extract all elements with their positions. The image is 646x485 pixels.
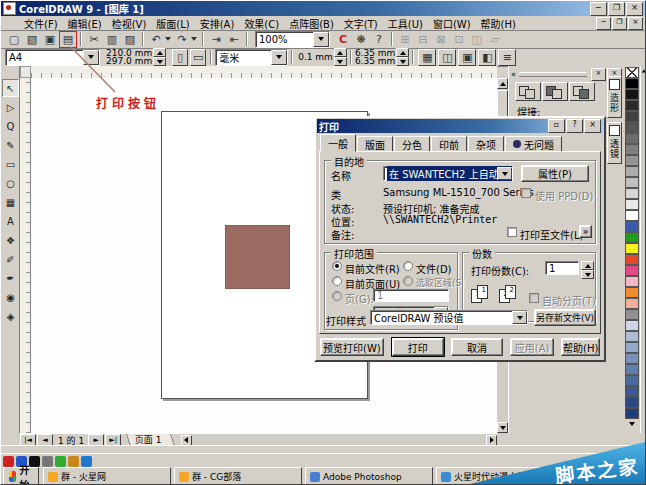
color-swatch-8[interactable] — [625, 155, 639, 166]
restore-button[interactable]: ❐ — [608, 2, 625, 16]
color-swatch-13[interactable] — [625, 210, 639, 221]
copy-icon[interactable]: ▥ — [104, 32, 120, 47]
printer-dropdown-icon[interactable] — [497, 167, 512, 180]
collate-checkbox[interactable] — [529, 293, 539, 303]
color-swatch-11[interactable] — [625, 188, 639, 199]
zoom-dropdown-icon[interactable] — [313, 32, 329, 47]
color-swatch-2[interactable] — [625, 89, 639, 100]
menu-item-4[interactable]: 安排(A) — [195, 16, 240, 31]
color-swatch-3[interactable] — [625, 100, 639, 111]
task-button-1[interactable]: 群 - 火星网 — [43, 467, 171, 485]
drawn-rectangle[interactable] — [225, 225, 290, 289]
docker-close-icon[interactable]: × — [591, 68, 606, 81]
polygon-tool[interactable]: ▦ — [2, 193, 19, 211]
print-dialog-tab-5[interactable]: 无问题 — [505, 136, 562, 152]
eyedropper-tool[interactable]: ✐ — [2, 250, 19, 268]
current-page-radio[interactable] — [332, 276, 342, 286]
scroll-up-icon[interactable] — [497, 78, 508, 89]
corel-community-icon[interactable]: ❋ — [353, 32, 369, 47]
current-document-radio[interactable] — [332, 261, 342, 271]
quicklaunch-icon-6[interactable] — [68, 456, 79, 467]
ruler-origin[interactable] — [20, 66, 31, 78]
close-button[interactable]: × — [626, 2, 643, 16]
color-swatch-6[interactable] — [625, 133, 639, 144]
print-dialog-tab-4[interactable]: 杂项 — [468, 136, 504, 152]
outline-tool[interactable]: ✒ — [2, 269, 19, 287]
task-button-3[interactable]: Adobe Photoshop — [305, 467, 433, 485]
import-icon[interactable]: ⇥ — [208, 32, 224, 47]
paper-height-value[interactable]: 297.0 mm — [106, 57, 152, 65]
color-swatch-4[interactable] — [625, 111, 639, 122]
docker-collapse-icon[interactable]: « — [511, 70, 516, 79]
trim-button[interactable] — [542, 82, 568, 101]
print-dialog-tab-2[interactable]: 分色 — [394, 136, 430, 152]
menu-item-2[interactable]: 检视(V) — [107, 16, 152, 31]
menu-item-10[interactable]: 帮助(H) — [476, 16, 521, 31]
palette-scroll-strip[interactable] — [640, 66, 646, 433]
rectangle-tool[interactable]: ▭ — [2, 155, 19, 173]
save-style-button[interactable]: 另存新文件(V) — [534, 309, 596, 326]
print-style-combo[interactable]: CorelDRAW 预设值 — [370, 310, 528, 325]
color-swatch-23[interactable] — [625, 320, 639, 331]
interactive-fill-tool[interactable]: ◈ — [2, 307, 19, 325]
color-swatch-14[interactable] — [625, 221, 639, 232]
color-swatch-1[interactable] — [625, 78, 639, 89]
docker-grab-bar[interactable] — [519, 72, 587, 77]
color-swatch-20[interactable] — [625, 287, 639, 298]
nudge-offset-value[interactable]: 0.1 mm — [298, 52, 333, 62]
print-to-file-flyout-button[interactable]: » — [579, 225, 592, 238]
color-swatch-5[interactable] — [625, 122, 639, 133]
printer-properties-button[interactable]: 属性(P) — [521, 165, 589, 182]
paper-size-dropdown-icon[interactable] — [83, 50, 99, 65]
use-ppd-checkbox[interactable] — [521, 188, 531, 198]
start-button[interactable]: 开始 — [3, 467, 39, 485]
duplicate-y-value[interactable]: 6.35 mm — [355, 57, 395, 65]
scroll-left-icon[interactable] — [181, 435, 192, 446]
vertical-ruler[interactable] — [20, 78, 31, 433]
selection-radio[interactable] — [403, 276, 413, 286]
menu-item-9[interactable]: 窗口(W) — [428, 16, 476, 31]
docker-tab-0[interactable]: 造形 — [607, 76, 622, 118]
documents-radio[interactable] — [403, 261, 413, 271]
color-swatch-10[interactable] — [625, 177, 639, 188]
menu-item-6[interactable]: 点阵图(B) — [284, 16, 339, 31]
snap-guidelines-icon[interactable]: ◫ — [438, 49, 456, 66]
color-swatch-29[interactable] — [625, 386, 639, 397]
print-to-file-checkbox[interactable] — [507, 227, 517, 237]
undo-icon[interactable]: ↶ — [148, 32, 164, 47]
fill-tool[interactable]: ◉ — [2, 288, 19, 306]
print-dialog-tab-3[interactable]: 印前 — [431, 136, 467, 152]
menu-item-0[interactable]: 文件(F) — [19, 16, 63, 31]
color-swatch-30[interactable] — [625, 397, 639, 408]
redo-icon-dropdown[interactable] — [191, 37, 197, 41]
freehand-tool[interactable]: ✎ — [2, 136, 19, 154]
mdi-close-button[interactable]: × — [628, 17, 643, 30]
menu-item-5[interactable]: 效果(C) — [239, 16, 284, 31]
minimize-button[interactable]: ─ — [590, 2, 607, 16]
color-swatch-16[interactable] — [625, 243, 639, 254]
shape-tool[interactable]: ▷ — [2, 98, 19, 116]
paper-size-stepper[interactable] — [153, 48, 166, 66]
scroll-right-icon[interactable] — [486, 435, 497, 446]
print-dialog-titlebar[interactable]: 打印 ▫ ? × — [317, 119, 603, 133]
print-icon[interactable]: ▤ — [60, 32, 76, 47]
dialog-help-button[interactable]: ? — [566, 119, 583, 133]
treat-as-filled-icon[interactable]: ◧ — [478, 49, 496, 66]
new-icon[interactable]: ▢ — [6, 32, 22, 47]
portrait-button[interactable]: ▯ — [172, 49, 188, 66]
apply-button[interactable]: 应用(A) — [510, 338, 554, 356]
whats-this-help-icon[interactable]: ? — [371, 32, 387, 47]
mdi-minimize-button[interactable]: ─ — [596, 17, 611, 30]
text-tool[interactable]: A — [2, 212, 19, 230]
print-dialog-tab-0[interactable]: 一般 — [320, 134, 356, 152]
mdi-restore-button[interactable]: ❐ — [612, 17, 627, 30]
color-swatch-18[interactable] — [625, 265, 639, 276]
ellipse-tool[interactable]: ○ — [2, 174, 19, 192]
duplicate-stepper[interactable] — [396, 48, 409, 66]
undo-icon-dropdown[interactable] — [165, 37, 171, 41]
dialog-pin-button[interactable]: ▫ — [548, 119, 565, 133]
color-swatch-22[interactable] — [625, 309, 639, 320]
color-swatch-31[interactable] — [625, 408, 639, 419]
copies-input[interactable]: 1 — [545, 261, 579, 275]
units-dropdown-icon[interactable] — [271, 50, 287, 65]
